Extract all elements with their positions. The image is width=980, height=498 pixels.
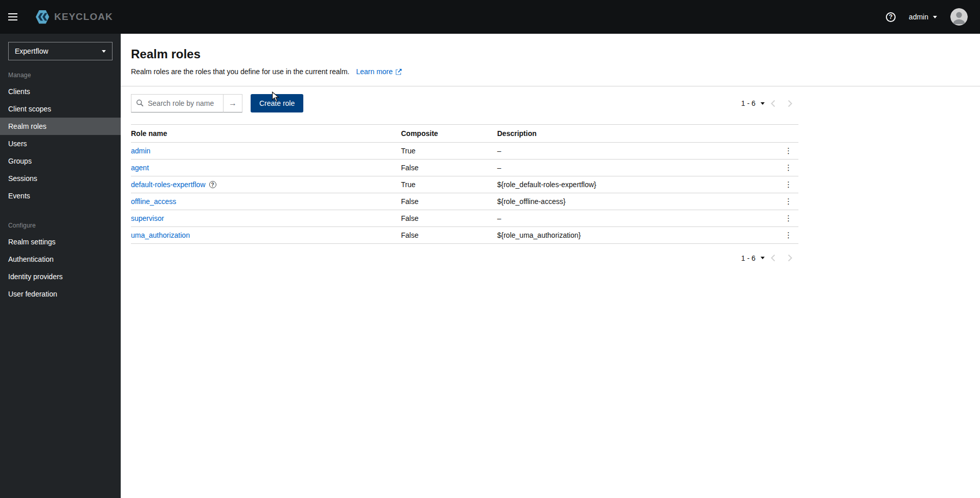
search-group bbox=[131, 94, 242, 112]
pagination-top: 1 - 6 bbox=[741, 98, 798, 109]
search-input[interactable] bbox=[131, 94, 224, 112]
sidebar-item-identity-providers[interactable]: Identity providers bbox=[0, 268, 121, 285]
pagination-range: 1 - 6 bbox=[741, 99, 755, 107]
table-row-default-roles: default-roles-expertflow True ${role_def… bbox=[131, 176, 798, 193]
realm-roles-table: Role name Composite Description admin Tr… bbox=[131, 124, 798, 244]
caret-down-icon bbox=[761, 257, 765, 259]
sidebar-item-client-scopes[interactable]: Client scopes bbox=[0, 100, 121, 118]
kebab-menu-button[interactable] bbox=[782, 181, 795, 189]
chevron-left-icon bbox=[771, 254, 775, 262]
previous-page-button[interactable] bbox=[765, 252, 782, 264]
previous-page-button[interactable] bbox=[765, 98, 782, 109]
nav-section-manage: Manage Clients Client scopes Realm roles… bbox=[0, 67, 121, 205]
keycloak-brand: KEYCLOAK bbox=[35, 9, 113, 25]
pagination-bottom: 1 - 6 bbox=[741, 252, 798, 264]
table-row-admin: admin True – bbox=[131, 143, 798, 160]
role-link-offline-access[interactable]: offline_access bbox=[131, 197, 176, 206]
column-description: Description bbox=[493, 125, 776, 143]
table-row-uma-authorization: uma_authorization False ${role_uma_autho… bbox=[131, 227, 798, 244]
nav-section-title: Manage bbox=[0, 67, 121, 83]
composite-value: True bbox=[397, 176, 493, 193]
learn-more-link[interactable]: Learn more bbox=[356, 67, 402, 76]
chevron-left-icon bbox=[771, 100, 775, 107]
learn-more-label: Learn more bbox=[356, 67, 393, 76]
sidebar-item-events[interactable]: Events bbox=[0, 187, 121, 205]
realm-selector[interactable]: Expertflow bbox=[8, 42, 113, 60]
next-page-button[interactable] bbox=[782, 252, 798, 264]
role-link-supervisor[interactable]: supervisor bbox=[131, 214, 164, 222]
role-link-agent[interactable]: agent bbox=[131, 164, 149, 172]
chevron-right-icon bbox=[788, 254, 792, 262]
composite-value: False bbox=[397, 210, 493, 227]
composite-value: True bbox=[397, 143, 493, 160]
description-value: – bbox=[493, 160, 776, 176]
sidebar-item-realm-roles[interactable]: Realm roles bbox=[0, 118, 121, 135]
create-role-button[interactable]: Create role bbox=[251, 94, 303, 112]
kebab-menu-button[interactable] bbox=[782, 232, 795, 239]
pagination-range: 1 - 6 bbox=[741, 254, 755, 262]
kebab-menu-button[interactable] bbox=[782, 147, 795, 155]
composite-value: False bbox=[397, 227, 493, 244]
user-avatar-icon bbox=[950, 8, 968, 26]
description-value: ${role_uma_authorization} bbox=[493, 227, 776, 244]
column-role-name: Role name bbox=[131, 125, 397, 143]
sidebar-item-users[interactable]: Users bbox=[0, 135, 121, 152]
table-row-offline-access: offline_access False ${role_offline-acce… bbox=[131, 193, 798, 210]
description-value: ${role_offline-access} bbox=[493, 193, 776, 210]
sidebar-item-groups[interactable]: Groups bbox=[0, 152, 121, 170]
sidebar-item-sessions[interactable]: Sessions bbox=[0, 170, 121, 187]
chevron-right-icon bbox=[788, 100, 792, 107]
nav-section-configure: Configure Realm settings Authentication … bbox=[0, 218, 121, 303]
realm-selector-value: Expertflow bbox=[15, 47, 48, 55]
table-header-row: Role name Composite Description bbox=[131, 125, 798, 143]
description-value: ${role_default-roles-expertflow} bbox=[493, 176, 776, 193]
question-circle-icon[interactable] bbox=[209, 181, 216, 188]
hamburger-menu-icon[interactable] bbox=[8, 8, 26, 26]
keycloak-logo-icon bbox=[35, 9, 50, 25]
sidebar-item-user-federation[interactable]: User federation bbox=[0, 285, 121, 303]
masthead: KEYCLOAK admin bbox=[0, 0, 980, 34]
role-link-default-roles-expertflow[interactable]: default-roles-expertflow bbox=[131, 180, 206, 189]
sidebar-item-authentication[interactable]: Authentication bbox=[0, 251, 121, 268]
description-value: – bbox=[493, 143, 776, 160]
column-actions bbox=[776, 125, 798, 143]
column-composite: Composite bbox=[397, 125, 493, 143]
kebab-menu-button[interactable] bbox=[782, 164, 795, 172]
sidebar-item-realm-settings[interactable]: Realm settings bbox=[0, 233, 121, 251]
page-title: Realm roles bbox=[131, 47, 970, 61]
page-subtitle: Realm roles are the roles that you defin… bbox=[131, 67, 349, 76]
table-row-supervisor: supervisor False – bbox=[131, 210, 798, 227]
chevron-down-icon bbox=[102, 50, 106, 53]
role-link-admin[interactable]: admin bbox=[131, 147, 150, 155]
composite-value: False bbox=[397, 193, 493, 210]
description-value: – bbox=[493, 210, 776, 227]
brand-text: KEYCLOAK bbox=[54, 11, 113, 22]
sidebar-item-clients[interactable]: Clients bbox=[0, 83, 121, 100]
table-row-agent: agent False – bbox=[131, 160, 798, 176]
caret-down-icon bbox=[761, 102, 765, 105]
next-page-button[interactable] bbox=[782, 98, 798, 109]
nav-section-title: Configure bbox=[0, 218, 121, 233]
username-label: admin bbox=[909, 13, 928, 21]
roles-toolbar: Create role 1 - 6 bbox=[121, 86, 809, 120]
external-link-icon bbox=[395, 69, 402, 75]
kebab-menu-button[interactable] bbox=[782, 215, 795, 222]
pagination-options-toggle[interactable]: 1 - 6 bbox=[741, 254, 765, 262]
sidebar: Expertflow Manage Clients Client scopes … bbox=[0, 34, 121, 498]
help-icon[interactable] bbox=[886, 12, 896, 22]
caret-down-icon bbox=[933, 16, 937, 18]
role-link-uma-authorization[interactable]: uma_authorization bbox=[131, 231, 190, 239]
page-header: Realm roles Realm roles are the roles th… bbox=[121, 34, 980, 86]
search-submit-button[interactable] bbox=[223, 94, 242, 112]
avatar[interactable] bbox=[950, 8, 968, 26]
main-content: Realm roles Realm roles are the roles th… bbox=[121, 34, 980, 498]
kebab-menu-button[interactable] bbox=[782, 198, 795, 206]
composite-value: False bbox=[397, 160, 493, 176]
pagination-options-toggle[interactable]: 1 - 6 bbox=[741, 99, 765, 107]
user-menu-dropdown[interactable]: admin bbox=[909, 13, 937, 21]
